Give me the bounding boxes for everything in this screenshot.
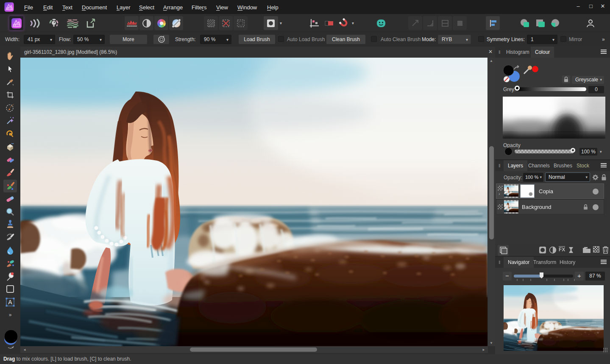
svg-text:A: A bbox=[8, 299, 12, 306]
